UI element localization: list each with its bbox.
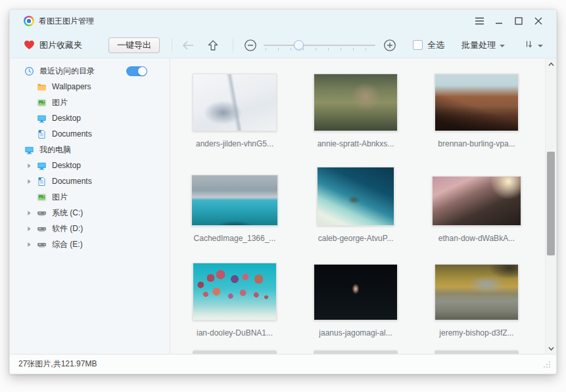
select-all-checkbox[interactable] [413,40,423,50]
grid-cell: ian-dooley-DuBNA1... [174,261,295,354]
thumbnail-partial[interactable] [193,351,277,354]
up-arrow-icon[interactable] [205,39,221,51]
app-logo-icon [24,16,34,26]
back-arrow-icon[interactable] [180,41,196,50]
expand-arrow-icon[interactable] [27,242,37,248]
document-icon [37,129,47,139]
thumbnail[interactable] [435,264,519,320]
thumbnail[interactable] [317,167,394,226]
window-controls [469,12,548,30]
folder-icon [37,82,47,92]
thumbnail-filename: brennan-burling-vpa... [438,139,515,148]
favorites-label: 图片收藏夹 [39,39,82,51]
sidebar-item-label: 系统 (C:) [52,207,83,219]
minimize-icon[interactable] [489,12,509,30]
menu-icon[interactable] [469,12,489,30]
sort-icon [523,39,534,52]
sidebar-item-label: Wallpapers [52,82,91,91]
select-all-label: 全选 [427,39,444,51]
thumbnail[interactable] [314,74,398,131]
thumbnail[interactable] [193,74,277,131]
sidebar-item[interactable]: Desktop [10,158,170,173]
thumbnail-filename: jaanus-jagomagi-al... [319,328,392,338]
maximize-icon[interactable] [509,12,529,30]
grid-cell: jeremy-bishop-d3fZ... [416,261,537,354]
thumbnail[interactable] [193,263,277,320]
expand-arrow-icon[interactable] [27,210,37,216]
sidebar-item[interactable]: Documents [10,126,170,142]
heart-icon [24,40,35,50]
monitor-icon [37,114,47,123]
thumbnail[interactable] [191,175,278,226]
thumbnail-grid: anders-jilden-vhnG5...annie-spratt-Abnkx… [170,58,556,354]
scroll-up-icon[interactable] [546,58,556,70]
thumbnail-box [432,167,521,226]
window-title: 看图王图片管理 [39,16,94,27]
thumbnail-box [314,72,398,131]
main-area: 最近访问的目录Wallpapers图片DesktopDocuments我的电脑D… [10,58,556,354]
vertical-scrollbar[interactable] [545,58,556,354]
scroll-down-icon[interactable] [546,343,556,354]
sidebar-item[interactable]: 软件 (D:) [10,221,170,236]
zoom-in-icon[interactable] [382,39,398,52]
grid-cell: annie-spratt-Abnkxs... [295,72,416,167]
drive-icon [37,240,47,250]
close-icon[interactable] [529,12,548,30]
thumbnail-filename: jeremy-bishop-d3fZ... [439,328,513,338]
sidebar-item[interactable]: Desktop [10,110,170,126]
thumbnail[interactable] [314,264,398,320]
expand-arrow-icon[interactable] [27,179,37,185]
scrollbar-track[interactable] [546,70,556,343]
thumbnail-box [435,72,519,131]
computer-icon [24,145,35,155]
sidebar-item[interactable]: 系统 (C:) [10,205,170,221]
zoom-slider[interactable] [264,38,375,53]
thumbnail-box [435,261,519,320]
export-button[interactable]: 一键导出 [108,37,160,53]
thumbnail-filename: ethan-dow-dWaBkA... [438,234,515,243]
sidebar-item-label: 软件 (D:) [52,223,83,234]
thumbnail[interactable] [432,176,521,226]
resize-grip-icon[interactable] [542,360,551,368]
monitor-icon [37,161,47,171]
zoom-out-icon[interactable] [243,39,258,52]
titlebar[interactable]: 看图王图片管理 [10,10,556,32]
thumbnail[interactable] [435,74,519,131]
zoom-slider-track[interactable] [264,45,375,46]
sidebar-item[interactable]: 图片 [10,189,170,205]
grid-cell: CachedImage_1366_... [174,167,295,261]
recent-folders-toggle[interactable] [126,66,147,76]
grid-cell: caleb-george-AtvuP... [295,167,416,261]
document-icon [37,177,47,186]
partial-next-row [170,351,545,354]
sidebar-item[interactable]: 图片 [10,95,170,110]
zoom-slider-ticks [266,48,375,51]
toolbar-separator [233,39,233,52]
sidebar-item[interactable]: Wallpapers [10,79,170,95]
toolbar: 图片收藏夹 一键导出 全选 批量处理 [10,32,556,58]
sidebar-item-label: Desktop [52,161,81,170]
expand-arrow-icon[interactable] [27,163,37,169]
batch-process-button[interactable]: 批量处理 [461,39,505,51]
sidebar-item[interactable]: Documents [10,173,170,189]
sidebar-item-label: Documents [52,177,92,186]
thumbnail-partial[interactable] [314,351,398,354]
sidebar-item-label: 我的电脑 [39,144,71,156]
grid-cell: ethan-dow-dWaBkA... [416,167,537,261]
toggle-knob [138,67,147,76]
sidebar-item[interactable]: 最近访问的目录 [10,63,170,79]
sort-button[interactable] [523,39,543,52]
sidebar-item[interactable]: 我的电脑 [10,142,170,158]
drive-icon [37,224,47,234]
status-text: 27张图片,共121.97MB [18,359,97,370]
scrollbar-thumb[interactable] [547,152,555,255]
sidebar-item-label: 综合 (E:) [52,239,83,250]
thumbnail-box [193,261,277,320]
sidebar-item-label: Desktop [52,114,81,123]
zoom-slider-thumb[interactable] [294,40,304,50]
sidebar-item[interactable]: 综合 (E:) [10,236,170,252]
expand-arrow-icon[interactable] [27,226,37,232]
thumbnail-filename: caleb-george-AtvuP... [318,234,394,243]
thumbnail-partial[interactable] [435,351,519,354]
sidebar-item-label: 图片 [52,97,68,108]
